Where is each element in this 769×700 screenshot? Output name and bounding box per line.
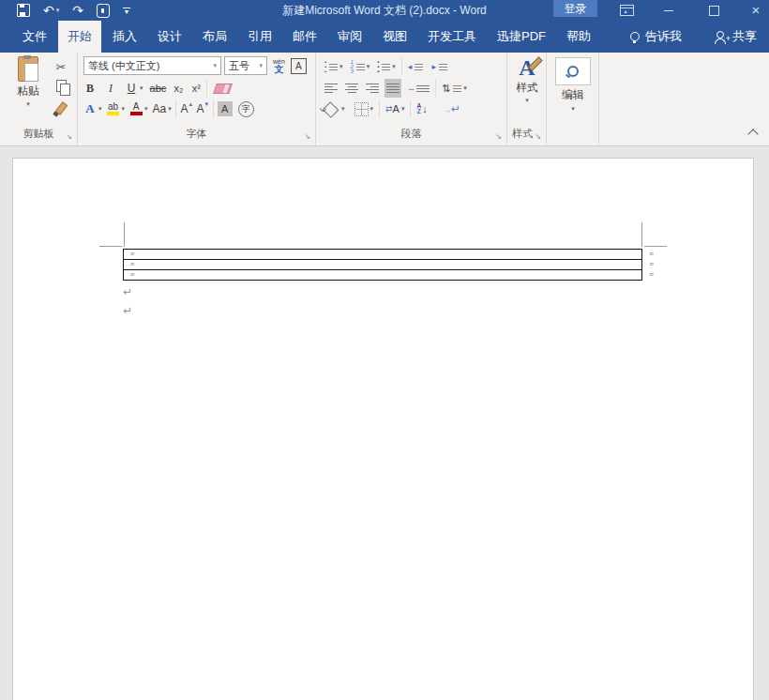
- table-row[interactable]: ¤ ¤: [124, 259, 641, 269]
- shading-button[interactable]: ▾: [323, 99, 347, 118]
- increase-indent-button[interactable]: ▸: [430, 57, 449, 76]
- redo-button[interactable]: ↷: [72, 0, 83, 21]
- strikethrough-button[interactable]: abc: [150, 79, 167, 98]
- tab-mailings[interactable]: 邮件: [283, 21, 326, 53]
- align-center-button[interactable]: [343, 79, 360, 98]
- bold-button[interactable]: B: [83, 79, 97, 98]
- minimize-button[interactable]: [655, 0, 683, 21]
- tab-layout[interactable]: 布局: [193, 21, 236, 53]
- asian-layout-dropdown-icon[interactable]: ▾: [401, 105, 405, 113]
- table-row[interactable]: ¤ ¤: [124, 250, 641, 259]
- numbering-dropdown-icon[interactable]: ▾: [367, 63, 370, 70]
- show-hide-marks-button[interactable]: →↵: [443, 99, 462, 118]
- sort-arrow-icon: ↓: [422, 103, 428, 114]
- tab-insert[interactable]: 插入: [103, 21, 146, 53]
- copy-button[interactable]: [52, 77, 70, 94]
- bullets-dropdown-icon[interactable]: ▾: [339, 63, 343, 70]
- align-left-button[interactable]: [323, 79, 339, 98]
- phonetic-guide-button[interactable]: wén 文: [273, 58, 285, 74]
- tab-design[interactable]: 设计: [148, 21, 191, 53]
- distributed-button[interactable]: ↔: [405, 79, 431, 98]
- justify-button[interactable]: [384, 79, 401, 98]
- clipboard-dialog-launcher[interactable]: ↘: [66, 132, 72, 141]
- tab-help[interactable]: 帮助: [557, 21, 600, 53]
- highlight-text: ab: [108, 102, 118, 111]
- paste-button[interactable]: 粘贴 ▾: [7, 56, 50, 108]
- font-color-button[interactable]: A: [129, 99, 143, 118]
- shrink-font-button[interactable]: A▾: [196, 99, 209, 118]
- subscript-button[interactable]: x₂: [172, 79, 185, 98]
- italic-button[interactable]: I: [104, 79, 117, 98]
- align-right-button[interactable]: [364, 79, 381, 98]
- font-dialog-launcher[interactable]: ↘: [304, 132, 310, 141]
- borders-dropdown-icon[interactable]: ▾: [370, 105, 374, 113]
- editing-button[interactable]: 编辑 ▾: [554, 57, 592, 113]
- multilevel-dropdown-icon[interactable]: ▾: [392, 63, 396, 70]
- highlight-dropdown-icon[interactable]: ▾: [122, 105, 126, 113]
- undo-dropdown-icon[interactable]: ▾: [56, 0, 60, 21]
- font-name-dropdown-icon[interactable]: ▾: [213, 62, 217, 69]
- sign-in-button[interactable]: 登录: [553, 0, 597, 17]
- document-table[interactable]: ¤ ¤ ¤ ¤ ¤ ¤: [123, 249, 642, 281]
- font-size-combo[interactable]: 五号 ▾: [224, 56, 267, 75]
- text-effects-button[interactable]: A: [83, 99, 97, 118]
- tab-xunjie-pdf[interactable]: 迅捷PDF: [488, 21, 555, 53]
- enclose-characters-button[interactable]: 字: [238, 101, 254, 117]
- ribbon: 粘贴 ▾ ✂ 剪贴板 ↘ 等线 (中文正文) ▾ 五号 ▾ wén: [0, 53, 769, 146]
- decrease-indent-button[interactable]: ◂: [406, 57, 426, 76]
- font-color-dropdown-icon[interactable]: ▾: [144, 105, 148, 113]
- numbering-button[interactable]: 123 ▾: [349, 57, 372, 76]
- borders-button[interactable]: ▾: [353, 99, 376, 118]
- tab-home[interactable]: 开始: [58, 21, 101, 53]
- share-button[interactable]: + 共享: [714, 28, 757, 45]
- grow-font-button[interactable]: A▴: [180, 99, 193, 118]
- tell-me-button[interactable]: 告诉我: [630, 28, 682, 45]
- font-size-dropdown-icon[interactable]: ▾: [259, 62, 263, 69]
- collapse-ribbon-button[interactable]: [747, 129, 758, 139]
- paste-clipboard-icon: [18, 56, 38, 82]
- close-button[interactable]: ×: [742, 0, 769, 21]
- maximize-button[interactable]: [700, 0, 728, 21]
- tab-file[interactable]: 文件: [13, 21, 56, 53]
- line-spacing-dropdown-icon[interactable]: ▾: [463, 84, 467, 92]
- text-effects-dropdown-icon[interactable]: ▾: [98, 105, 102, 113]
- touch-mode-button[interactable]: [97, 4, 110, 18]
- editing-group: 编辑 ▾: [547, 53, 599, 145]
- font-name-combo[interactable]: 等线 (中文正文) ▾: [83, 56, 221, 75]
- multilevel-list-button[interactable]: ▪▪▪ ▾: [375, 57, 398, 76]
- paste-dropdown-icon[interactable]: ▾: [7, 100, 50, 108]
- change-case-dropdown-icon[interactable]: ▾: [168, 105, 172, 113]
- paragraph-dialog-launcher[interactable]: ↘: [495, 132, 502, 141]
- ribbon-tab-bar: 文件 开始 插入 设计 布局 引用 邮件 审阅 视图 开发工具 迅捷PDF 帮助…: [0, 21, 769, 53]
- line-spacing-button[interactable]: ⇅▾: [440, 79, 469, 98]
- tab-view[interactable]: 视图: [373, 21, 416, 53]
- customize-qat-button[interactable]: ▾: [123, 8, 130, 14]
- tab-references[interactable]: 引用: [238, 21, 281, 53]
- document-page[interactable]: ¤ ¤ ¤ ¤ ¤ ¤ ↵ ↵: [12, 158, 754, 700]
- styles-dropdown-icon[interactable]: ▾: [510, 97, 544, 104]
- underline-dropdown-icon[interactable]: ▾: [140, 84, 143, 92]
- table-row[interactable]: ¤ ¤: [124, 269, 641, 280]
- superscript-button[interactable]: x²: [189, 79, 203, 98]
- tab-review[interactable]: 审阅: [328, 21, 371, 53]
- highlight-button[interactable]: ab: [107, 99, 120, 118]
- format-painter-button[interactable]: [52, 99, 70, 116]
- cut-button[interactable]: ✂: [52, 58, 70, 75]
- clear-formatting-button[interactable]: [211, 79, 231, 98]
- undo-button[interactable]: ↶▾: [43, 0, 59, 21]
- sort-button[interactable]: AZ↓: [415, 99, 429, 118]
- asian-layout-button[interactable]: ⇄A▾: [384, 99, 406, 118]
- save-button[interactable]: [17, 4, 30, 17]
- shading-dropdown-icon[interactable]: ▾: [341, 105, 345, 113]
- styles-button[interactable]: A 样式 ▾: [510, 55, 544, 104]
- tab-developer[interactable]: 开发工具: [418, 21, 486, 53]
- highlight-color-bar: [107, 112, 119, 115]
- character-shading-button[interactable]: A: [218, 101, 233, 116]
- change-case-button[interactable]: Aa: [153, 99, 167, 118]
- underline-button[interactable]: U: [125, 79, 138, 98]
- ribbon-display-options-button[interactable]: [612, 0, 641, 21]
- editing-dropdown-icon[interactable]: ▾: [554, 105, 592, 113]
- bullets-button[interactable]: ••• ▾: [323, 57, 345, 76]
- styles-dialog-launcher[interactable]: ↘: [535, 132, 541, 141]
- character-border-button[interactable]: A: [291, 58, 307, 74]
